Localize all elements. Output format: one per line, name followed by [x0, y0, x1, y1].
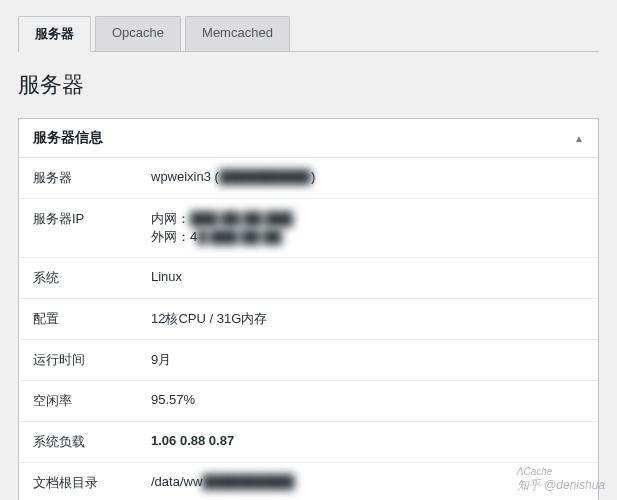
redacted-text: ███.██.██.███	[190, 211, 293, 226]
collapse-caret-icon: ▲	[574, 133, 584, 144]
row-label: 服务器IP	[19, 199, 137, 258]
row-value-docroot: /data/ww██████████	[137, 463, 598, 501]
row-value-config: 12核CPU / 31G内存	[137, 299, 598, 340]
table-row: 服务器IP 内网：███.██.██.███ 外网：4█.███.██.██	[19, 199, 598, 258]
table-row: 服务器 wpweixin3 (██████████)	[19, 158, 598, 199]
docroot-prefix: /data/ww	[151, 474, 202, 489]
table-row: 文档根目录 /data/ww██████████	[19, 463, 598, 501]
table-row: 空闲率 95.57%	[19, 381, 598, 422]
row-label: 系统负载	[19, 422, 137, 463]
panel-title: 服务器信息	[33, 129, 103, 147]
panel-header[interactable]: 服务器信息 ▲	[19, 119, 598, 158]
row-value-server-ip: 内网：███.██.██.███ 外网：4█.███.██.██	[137, 199, 598, 258]
redacted-text: █.███.██.██	[197, 229, 282, 244]
server-info-table: 服务器 wpweixin3 (██████████) 服务器IP 内网：███.…	[19, 158, 598, 500]
row-label: 配置	[19, 299, 137, 340]
row-label: 文档根目录	[19, 463, 137, 501]
server-hostname: wpweixin3 (	[151, 169, 219, 184]
row-value-load: 1.06 0.88 0.87	[137, 422, 598, 463]
server-info-panel: 服务器信息 ▲ 服务器 wpweixin3 (██████████) 服务器IP…	[18, 118, 599, 500]
table-row: 系统 Linux	[19, 258, 598, 299]
page-title: 服务器	[18, 70, 599, 100]
row-value-os: Linux	[137, 258, 598, 299]
tab-memcached[interactable]: Memcached	[185, 16, 290, 51]
server-hostname-tail: )	[311, 169, 315, 184]
internal-ip-label: 内网：	[151, 211, 190, 226]
table-row: 配置 12核CPU / 31G内存	[19, 299, 598, 340]
table-row: 运行时间 9月	[19, 340, 598, 381]
tab-bar: 服务器 Opcache Memcached	[18, 16, 599, 52]
redacted-text: ██████████	[202, 474, 294, 489]
row-label: 空闲率	[19, 381, 137, 422]
row-value-uptime: 9月	[137, 340, 598, 381]
row-label: 服务器	[19, 158, 137, 199]
row-value-idle: 95.57%	[137, 381, 598, 422]
row-label: 运行时间	[19, 340, 137, 381]
redacted-text: ██████████	[219, 169, 311, 184]
table-row: 系统负载 1.06 0.88 0.87	[19, 422, 598, 463]
tab-opcache[interactable]: Opcache	[95, 16, 181, 51]
row-label: 系统	[19, 258, 137, 299]
row-value-server-name: wpweixin3 (██████████)	[137, 158, 598, 199]
external-ip-label: 外网：	[151, 229, 190, 244]
tab-server[interactable]: 服务器	[18, 16, 91, 52]
